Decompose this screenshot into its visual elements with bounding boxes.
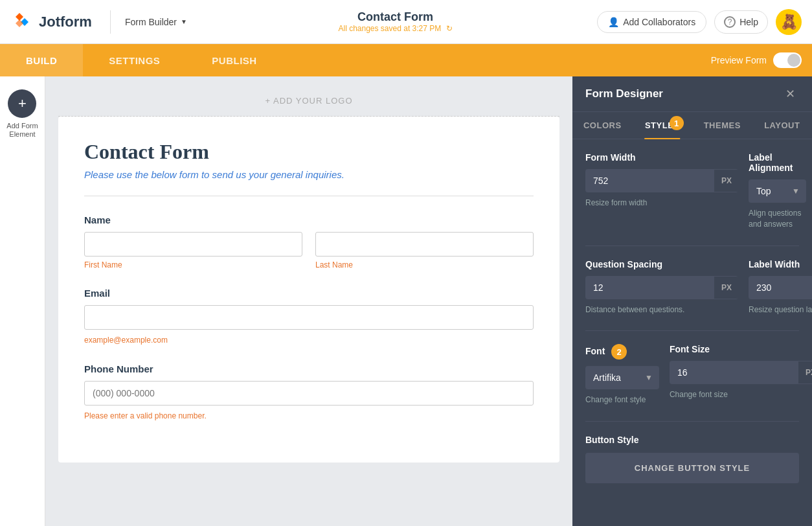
phone-input[interactable]	[84, 381, 534, 406]
tab-settings[interactable]: SETTINGS	[83, 44, 186, 76]
field-last-name: Last Name	[315, 232, 534, 269]
font-field: Font 2 Artifika Arial Helvetica Georgia …	[585, 344, 659, 406]
help-button[interactable]: ? Help	[714, 10, 768, 34]
styles-badge: 1	[670, 116, 684, 130]
form-heading: Contact Form	[84, 140, 534, 164]
tab-colors[interactable]: COLORS	[572, 112, 633, 139]
form-builder-label: Form Builder	[125, 17, 177, 27]
field-first-name: First Name	[84, 232, 302, 269]
form-width-input[interactable]	[585, 169, 714, 192]
label-alignment-select[interactable]: Top Left Right	[749, 179, 785, 203]
spacing-width-section: Question Spacing PX Distance between que…	[585, 259, 799, 315]
question-spacing-input-row: PX	[585, 276, 738, 299]
header: Jotform Form Builder ▼ Contact Form All …	[0, 0, 812, 44]
tab-layout[interactable]: LAYOUT	[752, 112, 813, 139]
jotform-logo-icon	[10, 10, 34, 34]
header-center: Contact Form All changes saved at 3:27 P…	[194, 10, 597, 33]
logo-bar[interactable]: + ADD YOUR LOGO	[58, 89, 559, 117]
form-subheading: Please use the below form to send us you…	[84, 169, 534, 180]
question-spacing-label: Question Spacing	[585, 259, 738, 269]
main-content: + Add Form Element + ADD YOUR LOGO Conta…	[0, 76, 812, 526]
font-size-label: Font Size	[670, 344, 812, 354]
tab-themes[interactable]: THEMES	[692, 112, 752, 139]
form-width-field: Form Width PX Resize form width	[585, 152, 738, 230]
font-description: Change font style	[585, 394, 659, 406]
nav-bar: BUILD SETTINGS PUBLISH Preview Form	[0, 44, 812, 76]
add-element-circle: +	[8, 89, 36, 118]
question-spacing-description: Distance between questions.	[585, 304, 738, 315]
tab-publish[interactable]: PUBLISH	[186, 44, 282, 76]
logo-text: Jotform	[39, 14, 92, 30]
panel-title: Form Designer	[585, 87, 663, 100]
section-separator-2	[585, 330, 799, 331]
label-width-description: Resize question label width	[749, 304, 812, 315]
font-badge: 2	[611, 344, 627, 360]
first-name-input[interactable]	[84, 232, 302, 257]
question-spacing-unit: PX	[714, 277, 738, 299]
field-name-label: Name	[84, 214, 534, 225]
button-style-label: Button Style	[585, 435, 799, 445]
panel-tabs: COLORS STYLES 1 THEMES LAYOUT	[572, 112, 812, 139]
chevron-down-icon: ▼	[181, 18, 187, 25]
first-name-sublabel: First Name	[84, 260, 302, 269]
last-name-sublabel: Last Name	[315, 260, 534, 269]
email-input[interactable]	[84, 305, 534, 330]
header-divider	[110, 10, 111, 34]
field-email: Email example@example.com	[84, 288, 534, 345]
label-alignment-arrow: ▼	[785, 181, 806, 201]
label-width-input-row: PX	[749, 276, 812, 299]
section-separator-3	[585, 421, 799, 422]
form-width-description: Resize form width	[585, 198, 738, 209]
question-icon: ?	[724, 16, 736, 28]
person-icon: 👤	[608, 17, 619, 27]
form-divider	[84, 196, 534, 196]
phone-sublabel: Please enter a valid phone number.	[84, 411, 207, 420]
refresh-icon: ↻	[446, 24, 453, 33]
change-button-style-button[interactable]: CHANGE BUTTON STYLE	[585, 453, 799, 483]
font-size-description: Change font size	[670, 389, 812, 400]
collaborators-button[interactable]: 👤 Add Collaborators	[597, 11, 706, 33]
preview-area: Preview Form	[711, 44, 802, 76]
form-width-unit: PX	[714, 170, 738, 192]
field-phone-label: Phone Number	[84, 363, 534, 374]
label-alignment-label: Label Alignment	[749, 152, 806, 173]
form-builder-button[interactable]: Form Builder ▼	[118, 13, 194, 31]
plus-icon: +	[18, 95, 27, 112]
form-canvas: + ADD YOUR LOGO Contact Form Please use …	[45, 76, 572, 526]
preview-toggle[interactable]	[773, 52, 802, 68]
font-size-input-row: PX	[670, 361, 812, 384]
label-alignment-field: Label Alignment Top Left Right ▼ Align q…	[749, 152, 806, 230]
font-label: Font 2	[585, 344, 659, 360]
width-alignment-section: Form Width PX Resize form width Label Al…	[585, 152, 799, 230]
font-size-field: Font Size PX Change font size	[670, 344, 812, 406]
tab-build[interactable]: BUILD	[0, 44, 83, 76]
label-alignment-select-row: Top Left Right ▼	[749, 179, 806, 203]
font-select-arrow: ▼	[638, 368, 659, 387]
font-size-input[interactable]	[670, 361, 798, 384]
add-element-button[interactable]: + Add Form Element	[6, 89, 38, 139]
font-size-unit: PX	[798, 361, 812, 383]
field-phone: Phone Number Please enter a valid phone …	[84, 363, 534, 421]
email-sublabel: example@example.com	[84, 336, 168, 345]
font-select[interactable]: Artifika Arial Helvetica Georgia Verdana	[585, 366, 638, 389]
question-spacing-input[interactable]	[585, 276, 714, 299]
logo-area: Jotform	[10, 10, 92, 34]
last-name-input[interactable]	[315, 232, 534, 257]
preview-form-label: Preview Form	[711, 55, 767, 65]
left-sidebar: + Add Form Element	[0, 76, 45, 526]
button-style-section: Button Style CHANGE BUTTON STYLE	[585, 435, 799, 483]
label-width-field: Label Width PX Resize question label wid…	[749, 259, 812, 315]
label-width-input[interactable]	[749, 276, 812, 299]
question-spacing-field: Question Spacing PX Distance between que…	[585, 259, 738, 315]
close-icon[interactable]: ✕	[782, 87, 799, 101]
field-name-row: First Name Last Name	[84, 232, 534, 269]
form-width-label: Form Width	[585, 152, 738, 163]
field-email-label: Email	[84, 288, 534, 299]
avatar[interactable]: 🧸	[776, 9, 802, 35]
tab-styles[interactable]: STYLES 1	[633, 112, 693, 139]
form-container: Contact Form Please use the below form t…	[58, 117, 559, 463]
font-section: Font 2 Artifika Arial Helvetica Georgia …	[585, 344, 799, 406]
toggle-knob	[787, 54, 800, 67]
section-separator-1	[585, 246, 799, 246]
panel-header: Form Designer ✕	[572, 76, 812, 112]
